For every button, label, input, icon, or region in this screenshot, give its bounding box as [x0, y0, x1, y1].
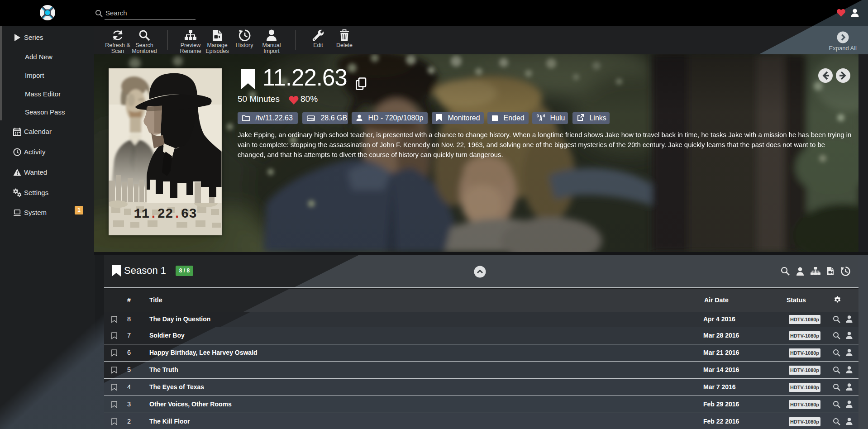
- svg-text:11.22.63: 11.22.63: [134, 207, 196, 222]
